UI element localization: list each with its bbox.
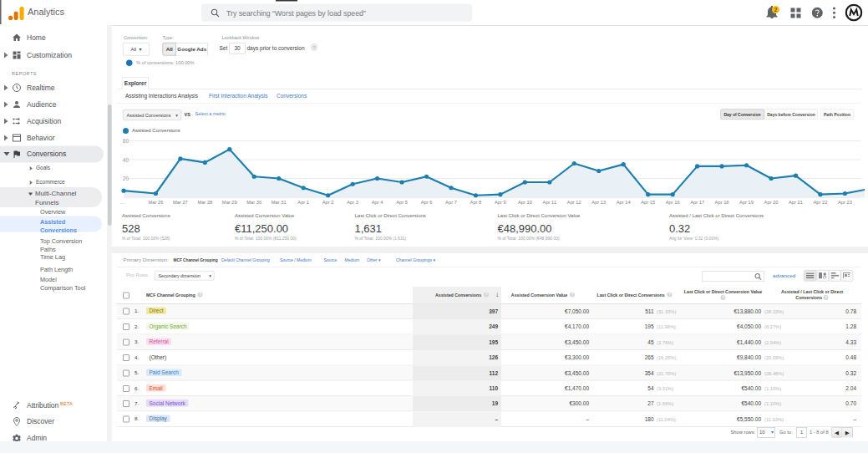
svg-text:2: 2 — [774, 7, 778, 13]
svg-text:40: 40 — [123, 157, 129, 163]
svg-text:60: 60 — [123, 138, 129, 144]
svg-text:20: 20 — [123, 176, 129, 181]
